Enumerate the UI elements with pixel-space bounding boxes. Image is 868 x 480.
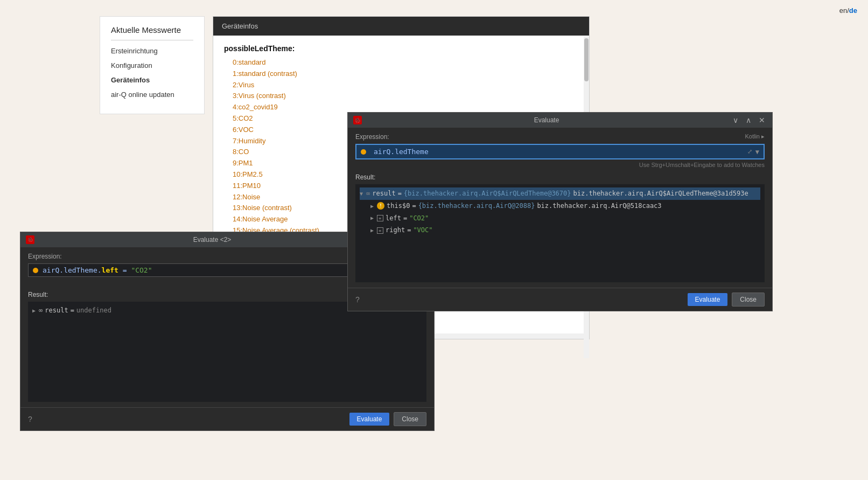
result-child-row-3: ≡ right = "VOC" <box>360 224 760 236</box>
list-item: 0:standard <box>224 57 578 68</box>
scrollbar-thumb-v[interactable] <box>584 38 589 81</box>
child1-var: this$0 <box>387 200 410 212</box>
sidebar-item-geraeteinfos[interactable]: Geräteinfos <box>111 76 193 84</box>
child1-path: biz.thehacker.airq.AirQ@518caac3 <box>537 200 661 212</box>
minimize-icon-fg[interactable]: ∨ <box>731 116 740 124</box>
root-equals: = <box>398 187 402 200</box>
child2-var: left <box>386 212 401 225</box>
list-item: 4:co2_covid19 <box>224 102 578 113</box>
chevron-down-icon[interactable]: ▼ <box>755 148 759 156</box>
child1-equals: = <box>412 200 416 212</box>
sidebar-nav: Ersteinrichtung Konfiguration Geräteinfo… <box>111 47 193 99</box>
result-var-bg: result <box>45 305 68 317</box>
sidebar-item-konfiguration[interactable]: Konfiguration <box>111 61 193 69</box>
sidebar-title: Aktuelle Messwerte <box>111 25 193 40</box>
result-body-fg: ∞ result = {biz.thehacker.airq.AirQ$AirQ… <box>355 184 765 282</box>
expr-label-fg: Expression: Kotlin ▸ <box>355 133 765 141</box>
result-child-row-1: ! this$0 = {biz.thehacker.airq.AirQ@2088… <box>360 200 760 212</box>
child3-equals: = <box>407 224 411 236</box>
root-infinity: ∞ <box>366 187 370 200</box>
help-icon-bg[interactable]: ? <box>28 415 32 423</box>
close-button-bg[interactable]: Close <box>394 412 426 426</box>
hint-text-fg: Use Strg+Umschalt+Eingabe to add to Watc… <box>355 162 765 168</box>
list-item: 1:standard (contrast) <box>224 68 578 80</box>
root-path: biz.thehacker.airq.AirQ$AirQLedTheme@3a1… <box>573 187 748 200</box>
lang-de[interactable]: de <box>849 6 857 15</box>
expr-base-bg: airQ.ledTheme. <box>43 266 102 274</box>
lang-en[interactable]: en <box>839 6 847 15</box>
child1-ref: {biz.thehacker.airq.AirQ@2088} <box>418 200 535 212</box>
list-icon-3: ≡ <box>377 227 383 234</box>
dialog-footer-bg: ? Evaluate Close <box>20 407 434 430</box>
expr-highlight-bg: left <box>102 266 118 274</box>
result-value-bg: undefined <box>76 305 111 317</box>
tree-arrow-bg[interactable] <box>32 306 36 316</box>
expand-icon-fg[interactable]: ∧ <box>744 116 753 124</box>
warning-icon-1: ! <box>377 202 384 210</box>
child2-equals: = <box>403 212 407 225</box>
expr-dot-bg <box>33 268 38 273</box>
sidebar-item-update[interactable]: air-Q online updaten <box>111 91 193 99</box>
child1-arrow[interactable] <box>370 201 374 211</box>
child2-value: "CO2" <box>409 212 429 225</box>
kotlin-label: Kotlin ▸ <box>745 133 765 141</box>
dialog-title-bg: Evaluate <2> <box>39 236 386 244</box>
expr-value-bg: "CO2" <box>131 266 152 274</box>
expr-dot-fg <box>361 149 366 155</box>
list-item: 3:Virus (contrast) <box>224 91 578 102</box>
expr-equals-bg: = <box>118 266 131 274</box>
child2-arrow[interactable] <box>370 213 374 223</box>
child3-var: right <box>386 224 405 236</box>
help-icon-fg[interactable]: ? <box>355 295 360 304</box>
expression-input-fg[interactable]: airQ.ledTheme ⤢ ▼ <box>355 144 765 159</box>
child3-value: "VOC" <box>413 224 432 236</box>
result-child-row-2: ≡ left = "CO2" <box>360 212 760 225</box>
result-body-bg: ∞ result = undefined <box>28 302 426 402</box>
evaluate-dialog-fg: 🐞 Evaluate ∨ ∧ ✕ Expression: Kotlin ▸ ai… <box>347 112 773 311</box>
sidebar-item-ersteinrichtung[interactable]: Ersteinrichtung <box>111 47 193 55</box>
root-ref: {biz.thehacker.airq.AirQ$AirQLedTheme@36… <box>404 187 571 200</box>
child3-arrow[interactable] <box>370 225 374 235</box>
result-root-row: ∞ result = {biz.thehacker.airq.AirQ$AirQ… <box>360 187 760 200</box>
debugger-icon-fg: 🐞 <box>353 116 362 124</box>
close-icon-fg[interactable]: ✕ <box>757 116 767 124</box>
result-label-fg: Result: <box>355 173 765 181</box>
expression-text-fg: airQ.ledTheme <box>374 148 429 156</box>
evaluate-button-fg[interactable]: Evaluate <box>688 293 728 306</box>
infinity-icon-bg: ∞ <box>39 305 43 317</box>
dialog-body-fg: Expression: Kotlin ▸ airQ.ledTheme ⤢ ▼ U… <box>348 128 772 288</box>
lang-switcher: en/de <box>839 6 857 15</box>
list-item: 2:Virus <box>224 80 578 91</box>
dialog-title-fg: Evaluate <box>366 116 727 124</box>
list-icon-2: ≡ <box>377 215 383 221</box>
evaluate-button-bg[interactable]: Evaluate <box>349 413 390 426</box>
main-panel-header: Geräteinfos <box>213 17 589 36</box>
close-button-fg[interactable]: Close <box>732 293 765 307</box>
sidebar: Aktuelle Messwerte Ersteinrichtung Konfi… <box>100 16 205 114</box>
result-equals-bg: = <box>71 305 74 317</box>
expression-label-fg: Expression: <box>355 133 389 141</box>
expand-icon[interactable]: ⤢ <box>747 148 752 155</box>
debugger-icon-bg: 🐞 <box>26 235 34 244</box>
dialog-footer-fg: ? Evaluate Close <box>348 288 772 311</box>
content-title: possibleLedTheme: <box>224 44 578 53</box>
dialog-titlebar-fg: 🐞 Evaluate ∨ ∧ ✕ <box>348 113 772 128</box>
root-arrow[interactable] <box>360 189 363 199</box>
root-var: result <box>372 187 395 200</box>
